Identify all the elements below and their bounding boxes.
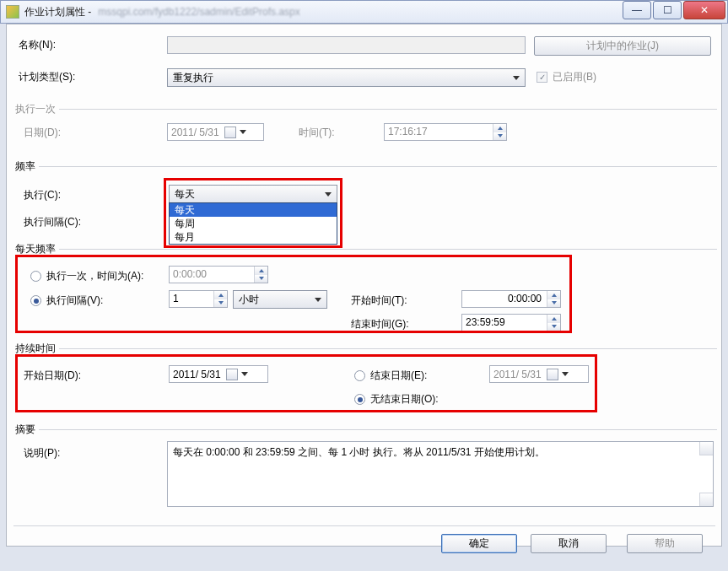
duration-end-date-radio[interactable] bbox=[354, 370, 365, 381]
duration-end-date-label: 结束日期(E): bbox=[370, 369, 427, 383]
chevron-down-icon bbox=[240, 130, 246, 134]
daily-end-label: 结束时间(G): bbox=[351, 317, 409, 331]
exec-once-legend: 执行一次 bbox=[12, 102, 59, 116]
daily-interval-radio[interactable] bbox=[30, 295, 41, 306]
dropdown-option-weekly[interactable]: 每周 bbox=[170, 217, 337, 230]
window-subtitle: mssqpi.com/fydb1222/sadmin/EditProfs.asp… bbox=[98, 6, 299, 18]
daily-end-time-input[interactable]: 23:59:59 bbox=[461, 314, 561, 331]
plan-type-dropdown[interactable]: 重复执行 bbox=[167, 68, 526, 87]
dropdown-option-daily[interactable]: 每天 bbox=[170, 203, 337, 217]
daily-interval-unit-dropdown[interactable]: 小时 bbox=[233, 290, 327, 309]
enabled-checkbox bbox=[537, 72, 547, 83]
freq-interval-label: 执行间隔(C): bbox=[24, 215, 81, 229]
freq-exec-dropdown-list[interactable]: 每天 每周 每月 bbox=[169, 202, 337, 245]
name-label: 名称(N): bbox=[19, 38, 56, 52]
window-title: 作业计划属性 - bbox=[24, 5, 91, 19]
daily-start-time-input[interactable]: 0:00:00 bbox=[461, 290, 561, 308]
chevron-down-icon bbox=[513, 76, 520, 80]
jobs-in-plan-button[interactable]: 计划中的作业(J) bbox=[534, 36, 711, 56]
daily-legend: 每天频率 bbox=[12, 242, 59, 256]
scroll-up-icon[interactable] bbox=[699, 442, 713, 455]
freq-exec-dropdown[interactable]: 每天 bbox=[169, 185, 337, 203]
duration-no-end-label: 无结束日期(O): bbox=[370, 392, 439, 407]
chevron-down-icon bbox=[325, 192, 332, 197]
freq-legend: 频率 bbox=[12, 159, 39, 174]
calendar-icon bbox=[224, 127, 236, 138]
scroll-down-icon[interactable] bbox=[699, 493, 713, 506]
help-button[interactable]: 帮助 bbox=[627, 534, 703, 553]
daily-interval-value-input[interactable]: 1 bbox=[169, 290, 228, 308]
calendar-icon bbox=[547, 369, 558, 380]
exec-once-time-label: 时间(T): bbox=[299, 126, 335, 140]
exec-once-date-label: 日期(D): bbox=[24, 126, 61, 140]
summary-label: 说明(P): bbox=[24, 446, 60, 461]
close-button[interactable]: ✕ bbox=[683, 1, 725, 19]
maximize-button[interactable]: ☐ bbox=[653, 1, 682, 19]
minimize-button[interactable]: — bbox=[623, 1, 651, 19]
plan-type-label: 计划类型(S): bbox=[19, 70, 75, 84]
duration-start-label: 开始日期(D): bbox=[24, 369, 81, 383]
daily-once-radio[interactable] bbox=[30, 271, 41, 282]
app-icon bbox=[6, 5, 19, 19]
exec-once-time-input: 17:16:17 bbox=[384, 123, 507, 141]
calendar-icon bbox=[226, 369, 238, 380]
duration-legend: 持续时间 bbox=[12, 342, 59, 356]
daily-once-label: 执行一次，时间为(A): bbox=[46, 269, 143, 283]
daily-once-time-input: 0:00:00 bbox=[169, 266, 268, 283]
name-input[interactable] bbox=[167, 36, 526, 54]
highlight-box bbox=[15, 354, 597, 412]
duration-end-date-input: 2011/ 5/31 bbox=[489, 365, 589, 383]
duration-no-end-radio[interactable] bbox=[354, 394, 365, 405]
chevron-down-icon bbox=[562, 372, 569, 376]
ok-button[interactable]: 确定 bbox=[441, 534, 517, 553]
duration-start-date-input[interactable]: 2011/ 5/31 bbox=[169, 365, 268, 383]
summary-legend: 摘要 bbox=[12, 423, 39, 437]
daily-start-label: 开始时间(T): bbox=[351, 294, 407, 308]
daily-interval-label: 执行间隔(V): bbox=[46, 294, 103, 308]
freq-exec-label: 执行(C): bbox=[24, 188, 61, 202]
titlebar: 作业计划属性 - mssqpi.com/fydb1222/sadmin/Edit… bbox=[0, 0, 728, 24]
exec-once-date-input: 2011/ 5/31 bbox=[167, 123, 264, 141]
enabled-label: 已启用(B) bbox=[553, 70, 596, 84]
chevron-down-icon bbox=[315, 298, 321, 302]
chevron-down-icon bbox=[241, 372, 248, 376]
summary-textarea[interactable]: 每天在 0:00:00 和 23:59:59 之间、每 1 小时 执行。将从 2… bbox=[167, 441, 714, 507]
cancel-button[interactable]: 取消 bbox=[531, 534, 607, 553]
